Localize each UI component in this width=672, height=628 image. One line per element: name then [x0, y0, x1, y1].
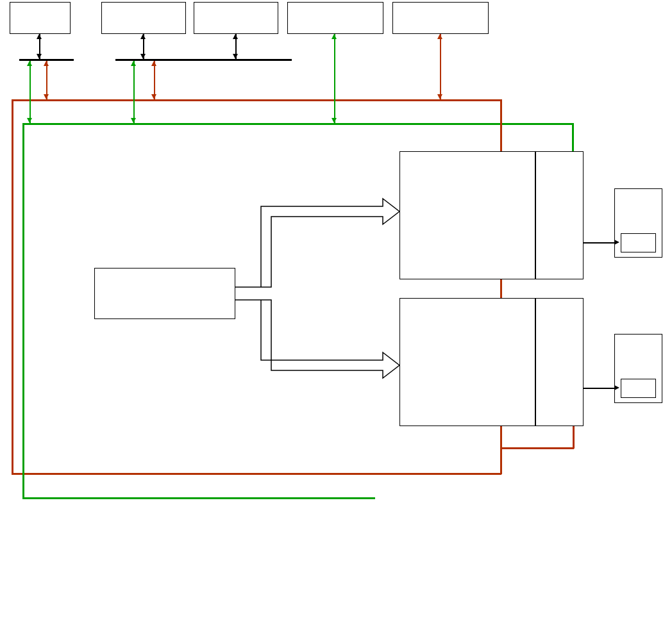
sel-cpu1: [399, 151, 535, 279]
r: [46, 61, 47, 99]
dma-trigger-sources: [94, 268, 235, 319]
sel-cpu2: [399, 298, 535, 426]
g: [29, 61, 31, 123]
ah: [614, 240, 619, 245]
cpu2-bus-branch: [500, 447, 574, 449]
ah: [233, 34, 238, 39]
box-msgram-cpu12: [194, 2, 278, 34]
ah: [140, 34, 146, 39]
ah: [437, 94, 442, 99]
ah: [44, 94, 49, 99]
ah: [332, 118, 337, 123]
cpu1-bus-h: [22, 123, 573, 125]
cpu1-bus-v-left: [22, 123, 24, 499]
cpu2-bus-v-left: [12, 99, 13, 474]
hollow-arrows: [235, 192, 402, 384]
cpu1-bus-h-bot: [22, 497, 375, 499]
cpu2-bus-h-bot: [12, 473, 501, 475]
r: [154, 61, 155, 99]
ah: [151, 94, 156, 99]
cpu2-pie: [621, 379, 656, 398]
ah: [140, 54, 146, 59]
ah: [332, 34, 337, 39]
ah: [27, 118, 32, 123]
box-adc-results: [10, 2, 71, 34]
ah: [131, 61, 136, 66]
ah: [37, 54, 42, 59]
ah: [37, 34, 42, 39]
cpu2-dma: [535, 298, 584, 426]
ah: [27, 61, 32, 66]
cpu2-bus-h-top: [12, 99, 501, 101]
box-msgram-cpu2dma: [392, 2, 489, 34]
g: [334, 34, 335, 123]
ah: [44, 61, 49, 66]
ah: [437, 34, 442, 39]
busbar-gs-msg: [115, 59, 292, 61]
box-msgram-cpu1dma: [287, 2, 383, 34]
ah: [233, 54, 238, 59]
g: [133, 61, 135, 123]
cpu2-bus-branch-v: [573, 426, 575, 449]
r: [440, 34, 441, 99]
l: [584, 242, 616, 244]
cpu1-pie: [621, 233, 656, 252]
ah: [614, 385, 619, 390]
box-gsxram: [101, 2, 186, 34]
ah: [131, 118, 136, 123]
cpu1-bus-v: [572, 123, 574, 151]
cpu1-dma: [535, 151, 584, 279]
l: [584, 388, 616, 389]
ah: [151, 61, 156, 66]
